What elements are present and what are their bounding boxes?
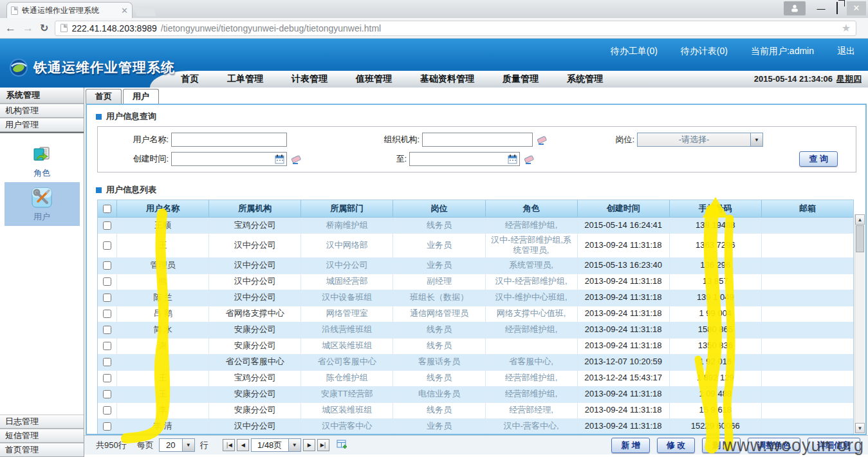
profile-button[interactable] <box>784 1 806 15</box>
table-row[interactable]: 王 安康分公司 安康TT经营部 电信业务员 经营部维护组, 2013-09-24… <box>98 387 853 403</box>
scroll-down-icon[interactable]: ▼ <box>855 423 865 433</box>
row-checkbox[interactable] <box>103 261 111 270</box>
column-header[interactable]: 创建时间 <box>578 200 670 217</box>
post-select[interactable]: -请选择- ▼ <box>637 133 763 147</box>
row-checkbox[interactable] <box>103 406 111 415</box>
tab-user[interactable]: 用户 <box>123 89 159 104</box>
cell-email <box>762 355 853 370</box>
back-button[interactable]: ← <box>5 22 16 35</box>
column-header[interactable]: 手机号码 <box>670 200 762 217</box>
row-checkbox[interactable] <box>103 390 111 398</box>
search-button[interactable]: 查 询 <box>799 151 838 167</box>
header-link[interactable]: 待办工单(0) <box>611 46 658 57</box>
nav-item[interactable]: 基础资料管理 <box>420 73 474 85</box>
column-header[interactable]: 岗位 <box>393 200 485 217</box>
forward-button[interactable]: → <box>23 22 33 35</box>
row-checkbox[interactable] <box>103 342 111 350</box>
dropdown-arrow-icon[interactable]: ▼ <box>182 439 194 451</box>
cell-dept: 汉中营客中心 <box>301 419 393 434</box>
column-header[interactable]: 用户名称 <box>117 200 209 217</box>
table-row[interactable]: 省公司客服中心 省公司客服中心 客服话务员 省客服中心, 2013-12-07 … <box>98 355 853 371</box>
last-page-button[interactable]: ▶│ <box>317 439 329 451</box>
tab-home[interactable]: 首页 <box>86 89 122 104</box>
nav-item[interactable]: 系统管理 <box>567 73 603 85</box>
refresh-grid-button[interactable] <box>337 440 347 451</box>
header-link[interactable]: 当前用户:admin <box>751 46 814 57</box>
dropdown-arrow-icon[interactable]: ▼ <box>750 133 762 146</box>
row-checkbox[interactable] <box>103 358 111 366</box>
sidebar-item[interactable]: 机构管理 <box>0 104 84 118</box>
sidebar-item-role[interactable]: 角色 <box>5 138 80 182</box>
row-checkbox[interactable] <box>103 374 111 382</box>
created-from-input[interactable] <box>171 152 287 166</box>
cell-post: 通信网络管理员 <box>393 306 485 322</box>
table-row[interactable]: 谢 安康分公司 城区装维班组 线务员 2013-09-24 11:31:18 1… <box>98 339 853 355</box>
scroll-up-icon[interactable]: ▲ <box>855 214 865 225</box>
minimize-button[interactable]: — <box>815 4 827 14</box>
select-all-checkbox[interactable] <box>103 205 111 213</box>
created-to-input[interactable] <box>409 152 520 166</box>
prev-page-button[interactable]: ◀ <box>237 439 249 451</box>
nav-item[interactable]: 计表管理 <box>291 73 328 85</box>
created-to-clear-button[interactable] <box>523 154 535 165</box>
bookmark-star-icon[interactable]: ★ <box>842 22 851 34</box>
sidebar-item-user[interactable]: 用户 <box>5 182 80 226</box>
created-to-field[interactable] <box>412 154 508 164</box>
column-header[interactable]: 所属机构 <box>209 200 301 217</box>
row-checkbox[interactable] <box>103 294 111 302</box>
dropdown-arrow-icon[interactable]: ▼ <box>288 439 300 451</box>
eraser-icon <box>536 135 548 145</box>
sidebar-item[interactable]: 日志管理 <box>0 415 84 429</box>
column-header[interactable]: 所属部门 <box>301 200 393 217</box>
row-checkbox[interactable] <box>103 241 111 250</box>
calendar-icon[interactable] <box>275 154 284 164</box>
nav-item[interactable]: 首页 <box>181 73 199 85</box>
next-page-button[interactable]: ▶ <box>303 439 315 451</box>
row-checkbox[interactable] <box>103 221 111 230</box>
username-input[interactable] <box>171 133 287 147</box>
table-row[interactable]: 王顺 宝鸡分公司 桥南维护组 线务员 经营部维护组, 2015-05-14 16… <box>98 218 853 234</box>
table-row[interactable]: 王 宝鸡分公司 陈仓维护组 线务员 经营部维护组, 2013-12-24 15:… <box>98 371 853 387</box>
table-row[interactable]: 李 清 汉中分公司 汉中营客中心 业务员 汉中-营客中心, 2013-09-24… <box>98 419 853 434</box>
action-button[interactable]: 新 增 <box>611 438 650 453</box>
created-from-field[interactable] <box>174 154 275 164</box>
table-row[interactable]: 王 汉中分公司 汉中网络部 业务员 汉中-经营部维护组,系统管理员, 2013-… <box>98 234 853 258</box>
row-checkbox[interactable] <box>103 310 111 318</box>
table-row[interactable]: 陈 兰 汉中分公司 汉中设备班组 班组长（数据） 汉中-维护中心班组, 2013… <box>98 290 853 306</box>
nav-item[interactable]: 工单管理 <box>227 73 263 85</box>
sidebar-item[interactable]: 首页管理 <box>0 443 84 457</box>
per-page-select[interactable]: 20 ▼ <box>159 438 195 452</box>
column-header[interactable]: 角色 <box>486 200 578 217</box>
table-row[interactable]: 管理员 汉中分公司 汉中分公司 业务员 系统管理员, 2015-05-13 16… <box>98 258 853 274</box>
created-from-clear-button[interactable] <box>290 154 302 165</box>
nav-item[interactable]: 质量管理 <box>503 73 539 85</box>
row-checkbox[interactable] <box>103 422 111 431</box>
new-tab-button[interactable] <box>133 6 156 16</box>
sidebar-item[interactable]: 用户管理 <box>0 118 84 132</box>
page-select[interactable]: 1/48页 ▼ <box>251 438 301 452</box>
table-row[interactable]: 简 水 安康分公司 沿线营维班组 线务员 经营部维护组, 2013-09-24 … <box>98 322 853 339</box>
nav-item[interactable]: 值班管理 <box>356 73 392 85</box>
scrollbar-thumb[interactable] <box>856 225 864 252</box>
org-clear-button[interactable] <box>536 135 548 145</box>
browser-tab[interactable]: 铁通运维作业管理系统 ✕ <box>6 2 133 18</box>
row-checkbox[interactable] <box>103 326 111 334</box>
table-scrollbar[interactable]: ▲ ▼ <box>854 214 865 433</box>
header-link[interactable]: 待办计表(0) <box>681 46 728 57</box>
calendar-icon[interactable] <box>508 154 517 164</box>
sidebar-item[interactable]: 短信管理 <box>0 429 84 443</box>
restore-button[interactable] <box>836 3 838 14</box>
reload-button[interactable]: ↻ <box>40 22 48 34</box>
tab-close-icon[interactable]: ✕ <box>121 6 128 15</box>
column-header[interactable]: 邮箱 <box>762 200 853 217</box>
row-checkbox[interactable] <box>103 277 111 286</box>
close-button[interactable]: ✕ <box>847 1 866 15</box>
table-row[interactable]: 熊 汉中分公司 城固经营部 副经理 汉中-经营部维护组, 2013-09-24 … <box>98 274 853 290</box>
header-link[interactable]: 退出 <box>837 46 855 57</box>
org-input[interactable] <box>422 133 533 147</box>
url-input[interactable]: 222.41.148.203:8989 /tietongyunwei/tieto… <box>55 21 856 36</box>
table-row[interactable]: 李 安康分公司 城区装维班组 线务员 经营部经理, 2013-09-24 11:… <box>98 403 853 419</box>
action-button[interactable]: 修 改 <box>657 438 696 453</box>
table-row[interactable]: 吕 鹅 省网络支撑中心 网络管理室 通信网络管理员 网络支撑中心值班, 2013… <box>98 306 853 322</box>
first-page-button[interactable]: │◀ <box>223 439 235 451</box>
